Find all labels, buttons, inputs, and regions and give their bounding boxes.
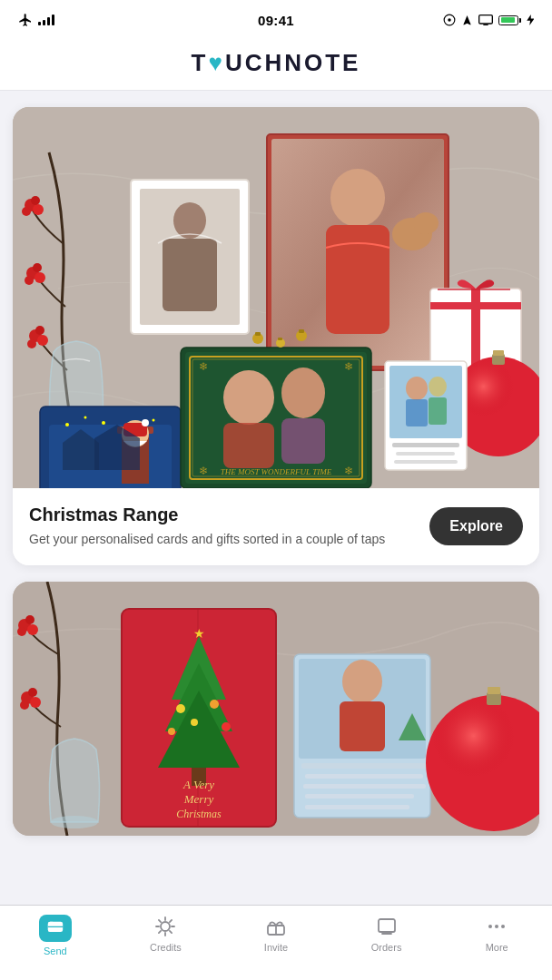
credits-icon-wrap — [153, 915, 177, 938]
send-icon — [46, 920, 64, 936]
svg-rect-112 — [305, 805, 409, 809]
christmas-card-info: Christmas Range Get your personalised ca… — [13, 488, 539, 565]
svg-point-14 — [34, 272, 45, 283]
svg-point-25 — [330, 169, 385, 227]
svg-point-82 — [17, 627, 26, 636]
christmas-card-image: THE MOST WONDERFUL TIME ❄ ❄ ❄ ❄ — [13, 107, 539, 488]
svg-rect-2 — [479, 15, 493, 24]
location-icon — [443, 14, 456, 26]
svg-point-28 — [413, 212, 439, 234]
svg-point-7 — [173, 202, 206, 239]
svg-point-136 — [495, 925, 498, 928]
svg-text:THE MOST WONDERFUL TIME: THE MOST WONDERFUL TIME — [221, 467, 332, 476]
tab-send[interactable]: Send — [0, 915, 111, 956]
svg-rect-51 — [185, 352, 367, 484]
svg-point-66 — [429, 377, 447, 397]
orders-icon — [376, 916, 398, 937]
svg-rect-108 — [301, 763, 429, 769]
second-promo-card: ★ A Very Merry Christmas — [13, 582, 539, 836]
svg-point-20 — [27, 339, 36, 348]
svg-point-81 — [25, 615, 34, 624]
svg-point-1 — [448, 18, 451, 22]
tab-credits[interactable]: Credits — [111, 915, 222, 953]
orders-icon-wrap — [375, 915, 399, 938]
svg-rect-77 — [299, 329, 304, 333]
svg-point-120 — [161, 922, 170, 931]
invite-icon — [265, 916, 287, 937]
christmas-card-desc: Get your personalised cards and gifts so… — [29, 531, 417, 549]
svg-line-126 — [170, 931, 172, 933]
svg-point-46 — [65, 423, 69, 426]
svg-rect-111 — [305, 794, 414, 799]
svg-point-18 — [37, 335, 48, 346]
more-icon-wrap — [485, 915, 508, 938]
status-left — [18, 13, 54, 27]
status-bar: 09:41 — [0, 0, 552, 40]
svg-line-128 — [159, 931, 161, 933]
svg-rect-110 — [303, 784, 426, 789]
screen-icon — [478, 15, 493, 25]
christmas-promo-card: THE MOST WONDERFUL TIME ❄ ❄ ❄ ❄ — [13, 107, 539, 565]
svg-point-48 — [102, 421, 105, 425]
signal-bars — [38, 15, 54, 25]
second-card-image: ★ A Very Merry Christmas — [13, 582, 539, 836]
svg-line-127 — [170, 920, 172, 922]
tab-invite-label: Invite — [264, 942, 288, 953]
svg-line-125 — [159, 920, 161, 922]
svg-text:Merry: Merry — [183, 792, 214, 806]
svg-rect-109 — [305, 774, 423, 779]
svg-point-54 — [223, 370, 274, 425]
tab-invite[interactable]: Invite — [221, 915, 331, 953]
navigation-icon — [461, 15, 473, 26]
svg-text:❄: ❄ — [344, 360, 353, 373]
svg-point-99 — [168, 728, 175, 735]
charging-icon — [527, 15, 534, 25]
explore-button[interactable]: Explore — [429, 507, 523, 545]
svg-rect-68 — [429, 397, 447, 425]
svg-text:❄: ❄ — [199, 360, 208, 373]
svg-rect-69 — [392, 443, 459, 447]
svg-rect-115 — [487, 692, 501, 705]
svg-point-105 — [342, 660, 382, 703]
more-icon — [486, 916, 508, 937]
svg-text:★: ★ — [193, 626, 205, 641]
send-icon-bg — [39, 915, 72, 942]
svg-point-16 — [25, 276, 34, 285]
svg-point-96 — [210, 700, 219, 709]
logo-heart: ♥ — [208, 49, 224, 76]
christmas-card-title: Christmas Range — [29, 505, 417, 525]
tab-orders-label: Orders — [371, 942, 402, 953]
svg-rect-116 — [488, 687, 500, 694]
svg-point-98 — [222, 722, 231, 731]
svg-point-49 — [153, 419, 155, 422]
svg-point-86 — [20, 701, 29, 710]
svg-point-11 — [31, 196, 40, 205]
battery — [498, 15, 521, 25]
svg-rect-57 — [281, 418, 325, 464]
svg-rect-70 — [396, 452, 455, 456]
svg-rect-32 — [438, 289, 510, 290]
christmas-card-text: Christmas Range Get your personalised ca… — [29, 505, 429, 549]
svg-text:Christmas: Christmas — [176, 808, 222, 820]
svg-point-80 — [27, 624, 38, 635]
svg-point-137 — [501, 925, 505, 928]
svg-point-84 — [30, 697, 41, 708]
tab-more[interactable]: More — [441, 915, 552, 953]
tab-more-label: More — [486, 942, 508, 953]
airplane-icon — [18, 13, 33, 27]
svg-point-65 — [406, 377, 428, 400]
svg-rect-26 — [326, 225, 389, 334]
svg-point-12 — [22, 207, 31, 216]
svg-point-19 — [35, 326, 44, 335]
tab-credits-label: Credits — [150, 942, 182, 953]
svg-rect-132 — [379, 919, 395, 932]
svg-rect-75 — [278, 338, 282, 340]
tab-orders[interactable]: Orders — [331, 915, 442, 953]
credits-icon — [154, 916, 176, 937]
svg-point-85 — [28, 688, 37, 697]
app-header: T♥UCHNOTE — [0, 40, 552, 91]
svg-rect-106 — [340, 701, 385, 751]
status-time: 09:41 — [258, 13, 294, 28]
svg-rect-73 — [255, 332, 261, 336]
svg-point-95 — [176, 704, 185, 713]
